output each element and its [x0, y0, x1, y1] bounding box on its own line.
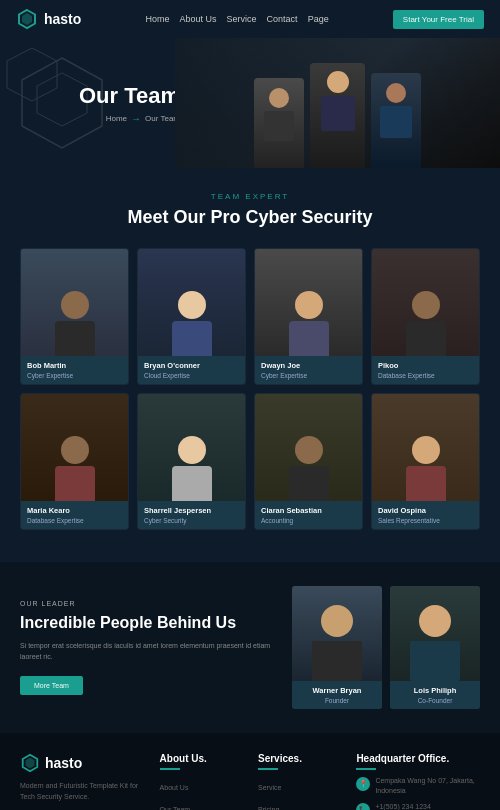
navbar-links: Home About Us Service Contact Page [146, 14, 329, 24]
team-card-8: David Ospina Sales Representative [371, 393, 480, 530]
leaders-cards: Warner Bryan Founder Lois Philiph Co-Fou… [292, 586, 480, 709]
footer-services-col: Services. Service Pricing Chat Technical… [258, 753, 340, 810]
team-grid-row1: Bob Martin Cyber Expertise Bryan O'conne… [20, 248, 480, 385]
breadcrumb-home: Home [106, 114, 127, 123]
service-link-1[interactable]: Service [258, 784, 281, 791]
footer-top: hasto Modern and Futuristic Template Kit… [20, 753, 480, 810]
team-photo-3 [255, 249, 362, 356]
leader-photo-2 [390, 586, 480, 681]
team-tag: TEAM EXPERT [20, 192, 480, 201]
footer-phone: 📞 +1(505) 234 1234 [356, 802, 480, 810]
map-icon: 📍 [356, 777, 370, 791]
team-info-5: Maria Kearo Database Expertise [21, 501, 128, 529]
footer-about-col: About Us. About Us Our Team Careers News… [160, 753, 242, 810]
team-title: Meet Our Pro Cyber Security [20, 207, 480, 228]
team-photo-6 [138, 394, 245, 501]
leaders-description: Si tempor erat scelerisque dis iaculis i… [20, 641, 276, 662]
footer-about-links: About Us Our Team Careers News and Artic… [160, 776, 242, 810]
team-name-6: Sharrell Jespersen [144, 506, 239, 515]
team-role-6: Cyber Security [144, 517, 239, 524]
about-link-1[interactable]: About Us [160, 784, 189, 791]
nav-contact[interactable]: Contact [267, 14, 298, 24]
navbar-logo[interactable]: hasto [16, 8, 81, 30]
footer-services-title: Services. [258, 753, 340, 770]
hero-title: Our Team [79, 83, 180, 109]
footer-logo: hasto [20, 753, 144, 773]
team-card-3: Dwayn Joe Cyber Expertise [254, 248, 363, 385]
footer-brand: hasto Modern and Futuristic Template Kit… [20, 753, 144, 810]
navbar-logo-text: hasto [44, 11, 81, 27]
hero-text: Our Team Home → Our Team [0, 38, 200, 168]
nav-service[interactable]: Service [227, 14, 257, 24]
footer-address: 📍 Cempaka Wang No 07, Jakarta, Indonesia [356, 776, 480, 796]
footer-logo-text: hasto [45, 755, 82, 771]
team-name-4: Pikoo [378, 361, 473, 370]
cta-button[interactable]: Start Your Free Trial [393, 10, 484, 29]
footer-hq-col: Headquarter Office. 📍 Cempaka Wang No 07… [356, 753, 480, 810]
footer-about-title: About Us. [160, 753, 242, 770]
team-name-7: Ciaran Sebastian [261, 506, 356, 515]
team-role-5: Database Expertise [27, 517, 122, 524]
team-photo-5 [21, 394, 128, 501]
team-role-2: Cloud Expertise [144, 372, 239, 379]
hero-image [175, 38, 500, 168]
address-text: Cempaka Wang No 07, Jakarta, Indonesia [375, 776, 480, 796]
team-grid-row2: Maria Kearo Database Expertise Sharrell … [20, 393, 480, 530]
team-card-5: Maria Kearo Database Expertise [20, 393, 129, 530]
svg-marker-1 [22, 13, 32, 25]
team-photo-2 [138, 249, 245, 356]
team-photo-7 [255, 394, 362, 501]
team-section: TEAM EXPERT Meet Our Pro Cyber Security … [0, 168, 500, 562]
leader-photo-1 [292, 586, 382, 681]
nav-page[interactable]: Page [308, 14, 329, 24]
footer-hex-icon [20, 753, 40, 773]
leader-name-2: Lois Philiph [396, 686, 474, 695]
team-photo-1 [21, 249, 128, 356]
leaders-tag: OUR LEADER [20, 600, 276, 607]
nav-about[interactable]: About Us [180, 14, 217, 24]
footer-hq-title: Headquarter Office. [356, 753, 480, 770]
phone-text: +1(505) 234 1234 [375, 802, 430, 810]
leader-role-2: Co-Founder [396, 697, 474, 704]
team-info-8: David Ospina Sales Representative [372, 501, 479, 529]
team-photo-4 [372, 249, 479, 356]
team-role-4: Database Expertise [378, 372, 473, 379]
team-name-5: Maria Kearo [27, 506, 122, 515]
team-role-7: Accounting [261, 517, 356, 524]
team-name-1: Bob Martin [27, 361, 122, 370]
more-team-button[interactable]: More Team [20, 676, 83, 695]
team-info-3: Dwayn Joe Cyber Expertise [255, 356, 362, 384]
team-card-6: Sharrell Jespersen Cyber Security [137, 393, 246, 530]
footer-services-links: Service Pricing Chat Technical Support C… [258, 776, 340, 810]
about-link-2[interactable]: Our Team [160, 806, 191, 810]
leader-role-1: Founder [298, 697, 376, 704]
hero-section: Our Team Home → Our Team [0, 38, 500, 168]
team-name-2: Bryan O'conner [144, 361, 239, 370]
team-info-7: Ciaran Sebastian Accounting [255, 501, 362, 529]
team-card-4: Pikoo Database Expertise [371, 248, 480, 385]
navbar: hasto Home About Us Service Contact Page… [0, 0, 500, 38]
team-role-8: Sales Representative [378, 517, 473, 524]
team-name-8: David Ospina [378, 506, 473, 515]
leaders-text: OUR LEADER Incredible People Behind Us S… [20, 600, 276, 696]
team-info-1: Bob Martin Cyber Expertise [21, 356, 128, 384]
service-link-2[interactable]: Pricing [258, 806, 279, 810]
nav-home[interactable]: Home [146, 14, 170, 24]
svg-marker-6 [25, 758, 34, 769]
leaders-section: OUR LEADER Incredible People Behind Us S… [0, 562, 500, 733]
leader-info-1: Warner Bryan Founder [292, 681, 382, 709]
team-role-3: Cyber Expertise [261, 372, 356, 379]
team-photo-8 [372, 394, 479, 501]
team-role-1: Cyber Expertise [27, 372, 122, 379]
team-card-7: Ciaran Sebastian Accounting [254, 393, 363, 530]
team-info-2: Bryan O'conner Cloud Expertise [138, 356, 245, 384]
breadcrumb: Home → Our Team [106, 113, 180, 124]
leaders-title: Incredible People Behind Us [20, 613, 276, 634]
team-card-2: Bryan O'conner Cloud Expertise [137, 248, 246, 385]
leader-card-2: Lois Philiph Co-Founder [390, 586, 480, 709]
leader-info-2: Lois Philiph Co-Founder [390, 681, 480, 709]
leader-name-1: Warner Bryan [298, 686, 376, 695]
leader-card-1: Warner Bryan Founder [292, 586, 382, 709]
footer-brand-desc: Modern and Futuristic Template Kit for T… [20, 781, 144, 802]
team-info-6: Sharrell Jespersen Cyber Security [138, 501, 245, 529]
